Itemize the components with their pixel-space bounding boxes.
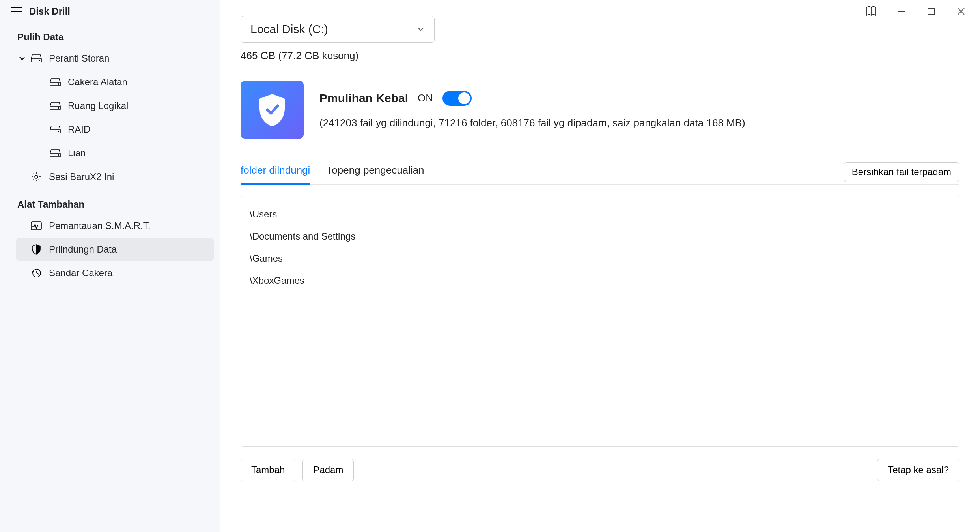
svg-point-17: [58, 155, 59, 155]
svg-point-18: [35, 175, 38, 178]
sidebar-item-logical-volumes[interactable]: Ruang Logikal: [16, 94, 214, 118]
app-body: Pulih Data Peranti Storan Cakera Alatan …: [0, 0, 980, 532]
minimize-icon: [896, 7, 906, 16]
titlebar: Disk Drill: [0, 0, 980, 22]
protection-state: ON: [418, 92, 433, 104]
protection-text: Pmulihan Kebal ON (241203 fail yg dilind…: [319, 91, 745, 129]
drive-icon: [47, 78, 63, 86]
help-button[interactable]: [856, 2, 886, 21]
footer-left: Tambah Padam: [241, 459, 354, 481]
chevron-down-icon: [16, 55, 28, 62]
sidebar-item-label: RAID: [68, 124, 90, 135]
svg-point-15: [58, 131, 59, 132]
close-icon: [956, 7, 966, 16]
svg-point-11: [58, 84, 59, 84]
shield-tile: [241, 81, 304, 139]
sidebar-item-other[interactable]: Lian: [16, 141, 214, 165]
reset-button[interactable]: Tetap ke asal?: [877, 459, 959, 481]
gear-icon: [28, 172, 44, 182]
menu-button[interactable]: [7, 2, 26, 21]
clear-deleted-button[interactable]: Bersihkan fail terpadam: [844, 162, 959, 182]
folder-item[interactable]: \Documents and Settings: [244, 225, 956, 247]
activity-icon: [28, 221, 44, 230]
folder-item[interactable]: \Users: [244, 203, 956, 225]
close-button[interactable]: [946, 2, 976, 21]
delete-button[interactable]: Padam: [302, 459, 354, 481]
sidebar-item-data-protection[interactable]: Prlindungn Data: [16, 238, 214, 261]
drive-icon: [28, 54, 44, 63]
chevron-down-icon: [417, 22, 425, 36]
sidebar-item-label: Lian: [68, 148, 86, 159]
tabs: folder dilndungi Topeng pengecualian: [241, 164, 424, 184]
folder-item[interactable]: \Games: [244, 247, 956, 270]
maximize-icon: [927, 7, 935, 16]
tab-exclusion-masks[interactable]: Topeng pengecualian: [327, 164, 424, 185]
sidebar-section-tools: Alat Tambahan: [17, 199, 214, 210]
protection-toggle[interactable]: [442, 91, 472, 106]
shield-check-icon: [257, 92, 287, 127]
protection-stats: (241203 fail yg dilindungi, 71216 folder…: [319, 117, 745, 129]
button-label: Bersihkan fail terpadam: [852, 167, 951, 177]
sidebar-item-label: Pemantauan S.M.A.R.T.: [49, 220, 150, 231]
sidebar-item-label: Cakera Alatan: [68, 77, 127, 88]
titlebar-left: Disk Drill: [0, 2, 70, 21]
protection-header: Pmulihan Kebal ON: [319, 91, 745, 106]
protection-row: Pmulihan Kebal ON (241203 fail yg dilind…: [241, 81, 959, 139]
add-button[interactable]: Tambah: [241, 459, 295, 481]
sidebar-item-recent-sessions[interactable]: Sesi BaruX2 Ini: [16, 165, 214, 189]
shield-icon: [28, 244, 44, 255]
sidebar-item-label: Sesi BaruX2 Ini: [49, 171, 114, 182]
sidebar-item-storage-devices[interactable]: Peranti Storan: [16, 47, 214, 70]
svg-rect-5: [928, 8, 934, 15]
minimize-button[interactable]: [886, 2, 916, 21]
sidebar-item-smart[interactable]: Pemantauan S.M.A.R.T.: [16, 214, 214, 238]
tab-label: Topeng pengecualian: [327, 164, 424, 176]
sidebar-item-hardware-disks[interactable]: Cakera Alatan: [16, 70, 214, 94]
history-icon: [28, 268, 44, 278]
tab-label: folder dilndungi: [241, 164, 310, 176]
drive-icon: [47, 149, 63, 157]
maximize-button[interactable]: [916, 2, 946, 21]
sidebar-section-recover: Pulih Data: [17, 32, 214, 43]
folder-item[interactable]: \XboxGames: [244, 270, 956, 292]
protection-title: Pmulihan Kebal: [319, 92, 408, 105]
disk-select-label: Local Disk (C:): [250, 22, 328, 36]
tab-protected-folders[interactable]: folder dilndungi: [241, 164, 310, 185]
sidebar-item-label: Ruang Logikal: [68, 100, 128, 111]
sidebar-item-disk-backup[interactable]: Sandar Cakera: [16, 261, 214, 285]
button-label: Tetap ke asal?: [888, 465, 949, 475]
sidebar-item-raid[interactable]: RAID: [16, 118, 214, 141]
drive-icon: [47, 101, 63, 110]
svg-point-13: [58, 107, 59, 108]
sidebar-item-label: Peranti Storan: [49, 53, 109, 64]
button-label: Tambah: [251, 465, 285, 475]
hamburger-icon: [11, 7, 22, 16]
sidebar-item-label: Sandar Cakera: [49, 268, 112, 279]
main-content: Local Disk (C:) 465 GB (77.2 GB kosong) …: [220, 0, 980, 532]
titlebar-right: [856, 2, 976, 21]
disk-capacity: 465 GB (77.2 GB kosong): [241, 50, 959, 62]
footer-row: Tambah Padam Tetap ke asal?: [241, 459, 959, 481]
sidebar: Pulih Data Peranti Storan Cakera Alatan …: [0, 0, 220, 532]
drive-icon: [47, 125, 63, 134]
protected-folders-panel: \Users \Documents and Settings \Games \X…: [241, 196, 959, 447]
app-title: Disk Drill: [29, 6, 70, 17]
book-icon: [865, 6, 877, 17]
button-label: Padam: [313, 465, 343, 475]
sidebar-item-label: Prlindungn Data: [49, 244, 117, 255]
svg-point-9: [39, 60, 40, 61]
tabs-row: folder dilndungi Topeng pengecualian Ber…: [241, 162, 959, 185]
